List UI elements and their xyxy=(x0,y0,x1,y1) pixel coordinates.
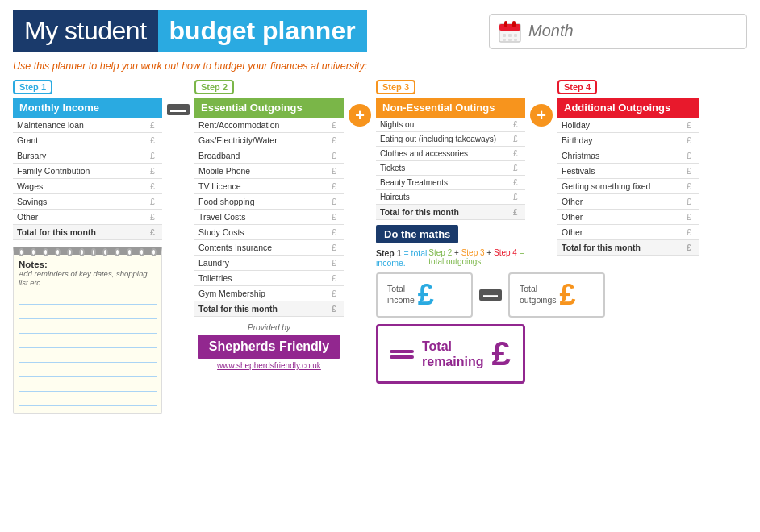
row-value[interactable]: £ xyxy=(328,148,344,164)
step1-maths-label: Step 1 xyxy=(376,248,402,258)
ring xyxy=(102,248,108,256)
notes-subtitle: Add reminders of key dates, shopping lis… xyxy=(19,269,157,287)
row-value[interactable]: £ xyxy=(146,118,162,133)
table-row: Grant£ xyxy=(13,133,162,148)
total-value[interactable]: £ xyxy=(146,225,162,240)
row-value[interactable]: £ xyxy=(328,286,344,301)
row-label: Grant xyxy=(13,133,146,148)
svg-rect-3 xyxy=(512,21,516,27)
row-value[interactable]: £ xyxy=(509,161,525,176)
ring xyxy=(115,248,120,256)
row-value[interactable]: £ xyxy=(146,210,162,225)
table-row: Mobile Phone£ xyxy=(194,164,344,179)
row-value[interactable]: £ xyxy=(146,148,162,164)
row-value[interactable]: £ xyxy=(683,164,699,179)
step3-maths-label: Step 3 xyxy=(461,248,485,257)
month-input[interactable] xyxy=(528,22,738,40)
row-value[interactable]: £ xyxy=(683,118,699,133)
row-value[interactable]: £ xyxy=(509,118,525,132)
eq-line-bottom xyxy=(390,355,414,359)
row-label: Laundry xyxy=(194,256,328,271)
notes-line[interactable] xyxy=(19,321,157,334)
row-value[interactable]: £ xyxy=(328,271,344,286)
notes-line[interactable] xyxy=(19,292,157,305)
row-label: Haircuts xyxy=(376,190,509,205)
row-label: Nights out xyxy=(376,118,509,132)
table-row: Toiletries£ xyxy=(194,271,344,286)
row-label: Birthday xyxy=(557,133,683,148)
table-row: Travel Costs£ xyxy=(194,210,344,225)
row-value[interactable]: £ xyxy=(328,225,344,240)
notes-line[interactable] xyxy=(19,335,157,348)
row-value[interactable]: £ xyxy=(328,256,344,271)
table-row: Gym Membership£ xyxy=(194,286,344,301)
step2-header: Essential Outgoings xyxy=(194,98,344,118)
row-value[interactable]: £ xyxy=(328,118,344,133)
row-value[interactable]: £ xyxy=(146,179,162,194)
table-row: Festivals£ xyxy=(557,164,699,179)
notes-line[interactable] xyxy=(19,393,157,406)
row-value[interactable]: £ xyxy=(683,210,699,225)
ring xyxy=(151,248,157,256)
row-value[interactable]: £ xyxy=(683,179,699,194)
title-block: My student budget planner xyxy=(13,10,367,52)
row-value[interactable]: £ xyxy=(509,132,525,147)
row-value[interactable]: £ xyxy=(146,164,162,179)
row-label: TV Licence xyxy=(194,179,328,194)
step4-maths-label: Step 4 xyxy=(494,248,517,257)
row-value[interactable]: £ xyxy=(328,210,344,225)
svg-rect-7 xyxy=(503,39,506,41)
notes-line[interactable] xyxy=(19,379,157,392)
row-value[interactable]: £ xyxy=(683,133,699,148)
notes-line[interactable] xyxy=(19,350,157,363)
calendar-icon xyxy=(498,19,522,44)
table-row: Birthday£ xyxy=(557,133,699,148)
row-label: Other xyxy=(557,210,683,225)
equals-block xyxy=(390,350,414,359)
row-value[interactable]: £ xyxy=(328,133,344,148)
table-row: Holiday£ xyxy=(557,118,699,133)
notes-line[interactable] xyxy=(19,364,157,377)
minus-operator: — xyxy=(167,104,190,115)
row-value[interactable]: £ xyxy=(328,164,344,179)
table-row: Nights out£ xyxy=(376,118,525,132)
do-maths-section: Do the maths Step 1 = total income. Step… xyxy=(376,225,525,384)
row-label: Holiday xyxy=(557,118,683,133)
row-value[interactable]: £ xyxy=(328,179,344,194)
row-value[interactable]: £ xyxy=(328,240,344,256)
row-value[interactable]: £ xyxy=(146,194,162,210)
row-value[interactable]: £ xyxy=(328,194,344,210)
notes-line[interactable] xyxy=(19,306,157,319)
total-income-pound: £ xyxy=(418,281,434,310)
title-main: budget planner xyxy=(158,10,367,52)
total-value[interactable]: £ xyxy=(683,240,699,256)
row-value[interactable]: £ xyxy=(683,148,699,164)
svg-rect-1 xyxy=(499,24,520,31)
row-label: Study Costs xyxy=(194,225,328,240)
row-value[interactable]: £ xyxy=(683,194,699,210)
ring xyxy=(55,248,61,256)
row-value[interactable]: £ xyxy=(146,133,162,148)
minus-circle-maths: — xyxy=(479,289,502,301)
ring xyxy=(127,248,132,256)
ring xyxy=(139,248,144,256)
row-label: Other xyxy=(557,225,683,240)
table-row: Wages£ xyxy=(13,179,162,194)
month-input-wrapper[interactable] xyxy=(489,14,747,49)
total-value[interactable]: £ xyxy=(509,205,525,220)
step2-maths-label: Step 2 xyxy=(428,248,452,257)
table-row: Haircuts£ xyxy=(376,190,525,205)
total-remaining-text: Totalremaining xyxy=(422,339,483,369)
row-value[interactable]: £ xyxy=(509,190,525,205)
row-label: Other xyxy=(13,210,146,225)
row-label: Maintenance loan xyxy=(13,118,146,133)
brand-url[interactable]: www.shepherdsfriendly.co.uk xyxy=(217,361,321,370)
row-value[interactable]: £ xyxy=(509,147,525,161)
total-value[interactable]: £ xyxy=(328,301,344,317)
row-value[interactable]: £ xyxy=(509,176,525,190)
total-boxes: Totalincome £ — Totaloutgoings £ xyxy=(376,272,525,318)
row-value[interactable]: £ xyxy=(683,225,699,240)
table-row: Other£ xyxy=(557,225,699,240)
total-income-box: Totalincome £ xyxy=(376,272,473,318)
header: My student budget planner xyxy=(13,10,747,52)
